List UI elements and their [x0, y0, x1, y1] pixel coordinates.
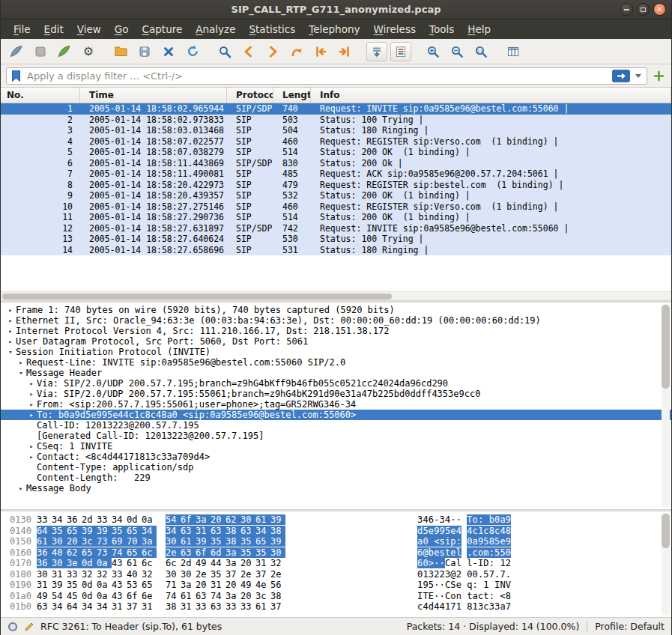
capture-options-icon[interactable]: ⚙ — [78, 42, 99, 61]
packet-row-9[interactable]: 92005-01-14 18:58:20.439357SIP532Status:… — [1, 190, 671, 201]
packet-row-8[interactable]: 82005-01-14 18:58:20.422973SIP479Request… — [1, 180, 671, 191]
column-header-no[interactable]: No. — [1, 88, 80, 103]
menu-item-capture[interactable]: Capture — [136, 21, 190, 37]
detail-row[interactable]: ▸To: b0a9d5e995e44c1c8c48a0 <sip:0a9585e… — [1, 410, 671, 420]
start-capture-icon[interactable] — [6, 42, 27, 61]
open-file-icon[interactable] — [110, 42, 131, 61]
detail-row[interactable]: ▸Request-Line: INVITE sip:0a9585e96@best… — [1, 357, 671, 368]
display-filter-field[interactable] — [6, 67, 647, 85]
colorize-icon[interactable] — [390, 42, 411, 61]
resize-columns-icon[interactable] — [503, 42, 524, 61]
expander-collapsed-icon[interactable]: ▸ — [16, 359, 26, 366]
go-forward-icon[interactable] — [262, 42, 283, 61]
bytes-scrollbar-handle[interactable] — [662, 514, 670, 548]
packet-row-3[interactable]: 32005-01-14 18:58:03.013468SIP504Status:… — [1, 125, 671, 136]
menu-item-go[interactable]: Go — [108, 21, 136, 37]
detail-row[interactable]: ▸User Datagram Protocol, Src Port: 5060,… — [1, 336, 671, 347]
detail-row[interactable]: ▾Session Initiation Protocol (INVITE) — [1, 347, 671, 357]
expander-collapsed-icon[interactable]: ▸ — [5, 317, 16, 324]
menu-item-tools[interactable]: Tools — [423, 21, 461, 37]
menu-item-view[interactable]: View — [70, 21, 108, 37]
menu-item-help[interactable]: Help — [461, 21, 497, 37]
reload-file-icon[interactable] — [182, 42, 203, 61]
packet-row-10[interactable]: 102005-01-14 18:58:27.275146SIP460Reques… — [1, 201, 671, 213]
hex-row-01a0[interactable]: 01a04954450d0a436f6e746163743a203c38ITE·… — [1, 591, 671, 602]
packet-row-2[interactable]: 22005-01-14 18:58:02.973833SIP503Status:… — [1, 115, 671, 126]
expander-collapsed-icon[interactable]: ▸ — [5, 306, 16, 314]
find-packet-icon[interactable] — [214, 42, 235, 61]
apply-filter-button[interactable] — [612, 70, 630, 82]
maximize-button[interactable] — [637, 3, 650, 16]
horizontal-scrollbar[interactable] — [1, 291, 671, 300]
details-scrollbar[interactable] — [662, 304, 670, 508]
expander-collapsed-icon[interactable]: ▸ — [26, 453, 37, 461]
packet-row-14[interactable]: 142005-01-14 18:58:27.658696SIP531Status… — [1, 245, 671, 256]
expander-collapsed-icon[interactable]: ▸ — [5, 338, 16, 345]
hex-row-0130[interactable]: 01303334362d33340d0a546f3a2062306139346-… — [1, 514, 671, 526]
go-back-icon[interactable] — [238, 42, 259, 61]
restart-capture-icon[interactable] — [54, 42, 75, 61]
detail-row[interactable]: ▸Via: SIP/2.0/UDP 200.57.7.195;branch=z9… — [1, 378, 671, 389]
stop-capture-icon[interactable] — [30, 42, 51, 61]
menu-item-edit[interactable]: Edit — [37, 21, 70, 37]
zoom-in-icon[interactable] — [423, 42, 444, 61]
detail-row[interactable]: [Generated Call-ID: 12013223@200.57.7.19… — [1, 431, 671, 441]
hex-row-0170[interactable]: 017036303e0d0a43616c6c2d49443a20313260>·… — [1, 558, 671, 569]
hex-row-0190[interactable]: 01903139350d0a435365713a203120494e56195·… — [1, 580, 671, 591]
add-filter-button[interactable] — [651, 68, 666, 83]
menu-item-wireless[interactable]: Wireless — [366, 21, 423, 37]
minimize-button[interactable] — [620, 3, 633, 16]
display-filter-input[interactable] — [25, 70, 608, 82]
expander-collapsed-icon[interactable]: ▸ — [26, 443, 37, 450]
detail-row[interactable]: Content-Length: 229 — [1, 473, 671, 483]
detail-row[interactable]: Call-ID: 12013223@200.57.7.195 — [1, 420, 671, 431]
expert-info-icon[interactable] — [7, 622, 18, 632]
menu-item-analyze[interactable]: Analyze — [189, 21, 242, 37]
zoom-out-icon[interactable] — [447, 42, 467, 61]
filter-bookmark-icon[interactable] — [10, 70, 22, 82]
close-file-icon[interactable] — [158, 42, 179, 61]
filter-dropdown-caret-icon[interactable] — [635, 74, 641, 78]
hex-row-0140[interactable]: 014064356539393565343463316338633438d5e9… — [1, 526, 671, 537]
expander-collapsed-icon[interactable]: ▸ — [26, 390, 37, 398]
menu-item-file[interactable]: File — [7, 21, 37, 37]
go-first-icon[interactable] — [310, 42, 331, 61]
menu-item-statistics[interactable]: Statistics — [242, 21, 302, 37]
packet-row-13[interactable]: 132005-01-14 18:58:27.640624SIP530Status… — [1, 234, 671, 245]
titlebar[interactable]: SIP_CALL_RTP_G711_anonymized.pcap ✕ — [1, 0, 671, 19]
detail-row[interactable]: ▸Via: SIP/2.0/UDP 200.57.7.195:55061;bra… — [1, 389, 671, 399]
column-header-time[interactable]: Time — [80, 88, 227, 103]
detail-row[interactable]: ▾Message Header — [1, 368, 671, 378]
go-to-packet-icon[interactable] — [286, 42, 307, 61]
zoom-original-icon[interactable]: 1:1 — [470, 42, 491, 61]
detail-row[interactable]: ▸CSeq: 1 INVITE — [1, 441, 671, 452]
detail-row[interactable]: ▸Internet Protocol Version 4, Src: 111.2… — [1, 326, 671, 336]
status-profile[interactable]: Profile: Default — [595, 621, 665, 632]
expander-collapsed-icon[interactable]: ▸ — [26, 411, 37, 419]
detail-row[interactable]: ▸Frame 1: 740 bytes on wire (5920 bits),… — [1, 305, 671, 315]
packet-row-1[interactable]: 12005-01-14 18:58:02.965944SIP/SDP740Req… — [1, 103, 671, 115]
column-header-info[interactable]: Info — [311, 88, 671, 103]
save-file-icon[interactable] — [134, 42, 155, 61]
close-button[interactable]: ✕ — [653, 3, 666, 16]
hex-row-0180[interactable]: 0180303133323233403230302e35372e372e0132… — [1, 569, 671, 580]
column-header-length[interactable]: Length — [273, 88, 311, 103]
packet-row-11[interactable]: 112005-01-14 18:58:27.290736SIP514Status… — [1, 212, 671, 223]
expander-collapsed-icon[interactable]: ▸ — [26, 401, 37, 408]
auto-scroll-icon[interactable] — [366, 42, 387, 61]
details-scrollbar-handle[interactable] — [662, 305, 670, 389]
detail-row[interactable]: ▸From: <sip:200.57.7.195:55061;user=phon… — [1, 399, 671, 410]
packet-row-7[interactable]: 72005-01-14 18:58:11.490081SIP485Request… — [1, 168, 671, 180]
expander-collapsed-icon[interactable]: ▸ — [26, 380, 37, 387]
expander-expanded-icon[interactable]: ▾ — [5, 348, 16, 356]
packet-row-5[interactable]: 52005-01-14 18:58:07.038279SIP514Status:… — [1, 147, 671, 158]
packet-row-4[interactable]: 42005-01-14 18:58:07.022577SIP460Request… — [1, 136, 671, 148]
detail-row[interactable]: ▸Contact: <8c4d44171813c33a709d4> — [1, 452, 671, 462]
go-last-icon[interactable] — [334, 42, 355, 61]
hex-row-0150[interactable]: 01506130203c7369703a3061393538356539a0 <… — [1, 536, 671, 547]
packet-row-12[interactable]: 122005-01-14 18:58:27.631897SIP/SDP742Re… — [1, 223, 671, 234]
capture-comment-icon[interactable] — [24, 622, 34, 632]
packet-row-6[interactable]: 62005-01-14 18:58:11.443869SIP/SDP830Sta… — [1, 158, 671, 169]
column-header-protocol[interactable]: Protocol — [227, 88, 273, 103]
hex-row-01b0[interactable]: 01b063346434343137313831336333336137c4d4… — [1, 601, 671, 613]
